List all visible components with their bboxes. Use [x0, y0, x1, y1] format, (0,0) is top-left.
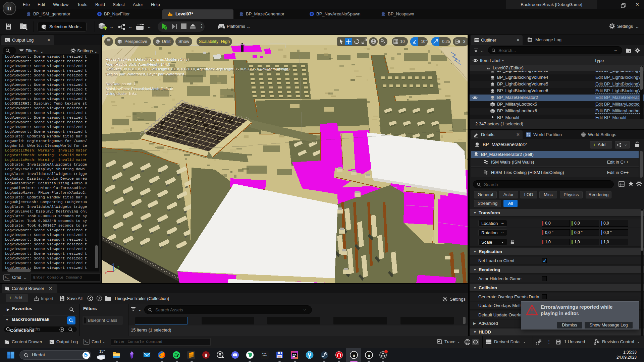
svg-text:EPIC: EPIC	[262, 353, 267, 355]
svg-text:u: u	[368, 353, 370, 358]
svg-text:u: u	[353, 353, 355, 358]
svg-text:x: x	[105, 271, 107, 275]
svg-text:y: y	[117, 265, 119, 268]
svg-text:8: 8	[205, 353, 207, 358]
svg-text:RD: RD	[292, 354, 297, 357]
svg-text:GAMES: GAMES	[262, 355, 267, 357]
svg-text:z: z	[112, 262, 114, 265]
